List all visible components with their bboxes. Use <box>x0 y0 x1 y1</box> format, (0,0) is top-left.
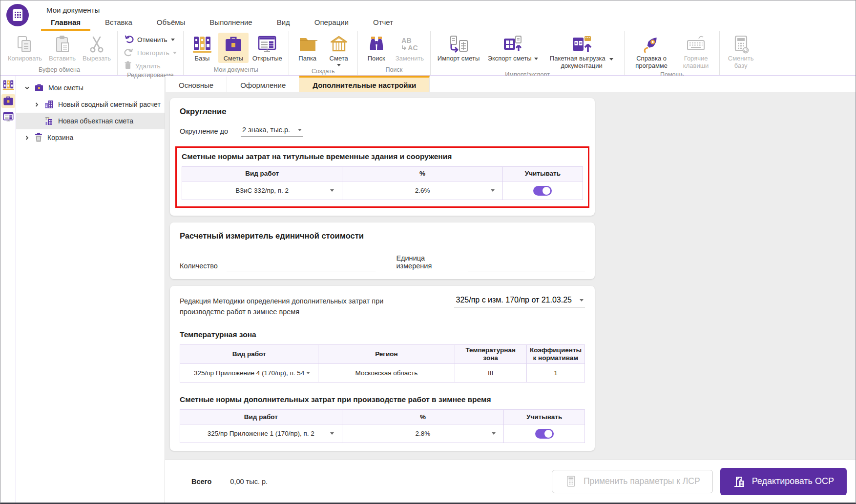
rounding-dropdown[interactable]: 2 знака, тыс.р. <box>241 126 303 137</box>
hotkeys-button[interactable]: Горячие клавиши <box>676 33 716 70</box>
chevron-down-icon[interactable] <box>24 85 30 91</box>
chevron-down-icon <box>330 432 334 435</box>
binders-icon <box>192 34 212 55</box>
work-type-dropdown-cell[interactable]: 325/пр Приложение 4 (170/пр), п. 54 <box>180 364 318 383</box>
tab-additional-settings[interactable]: Дополнительные настройки <box>299 76 430 92</box>
column-header-work-type: Вид работ <box>180 344 318 363</box>
unit-label: Единица измерения <box>396 254 457 271</box>
new-estimate-dropdown-icon[interactable] <box>337 64 341 66</box>
window-title: Мои документы <box>46 6 100 14</box>
building-crane-icon <box>44 116 54 126</box>
redo-button[interactable]: Повторить <box>124 48 177 58</box>
chevron-right-icon[interactable] <box>24 135 30 141</box>
temp-zone-title: Температурная зона <box>180 330 585 339</box>
tab-formatting[interactable]: Оформление <box>227 76 299 92</box>
temp-zone-table: Вид работ Регион Температурная зона Коэф… <box>180 344 585 383</box>
column-header-percent: % <box>342 167 502 181</box>
ribbon-tab-home[interactable]: Главная <box>39 14 93 31</box>
bases-button[interactable]: Базы <box>187 33 217 63</box>
consider-toggle-on[interactable] <box>533 186 552 196</box>
column-header-region: Регион <box>318 344 455 363</box>
apply-params-button[interactable]: Применить параметры к ЛСР <box>552 470 713 493</box>
change-base-button[interactable]: Сменить базу <box>723 33 758 70</box>
export-estimate-button[interactable]: Экспорт сметы <box>484 33 542 63</box>
percent-dropdown-cell[interactable]: 2.6% <box>342 181 502 200</box>
batch-upload-button[interactable]: Пакетная выгрузка документации <box>543 33 621 70</box>
undo-button[interactable]: Отменить <box>124 35 177 44</box>
estimates-button[interactable]: Сметы <box>218 33 249 63</box>
ribbon-tab-bar: Главная Вставка Объёмы Выполнение Вид Оп… <box>39 14 405 31</box>
winter-norms-table: Вид работ % Учитывать 325/пр Приложение … <box>180 409 585 443</box>
document-tree: Мои сметы Новый сводный сметный расчет <box>16 76 165 503</box>
app-logo-icon[interactable] <box>6 4 29 26</box>
monitor-table-icon <box>2 111 14 123</box>
percent-dropdown-cell[interactable]: 2.8% <box>342 424 504 443</box>
delete-button[interactable]: Удалить <box>124 61 177 71</box>
ribbon-tab-operations[interactable]: Операции <box>302 14 361 31</box>
settings-content: Округление Округление до 2 знака, тыс.р.… <box>165 92 856 460</box>
import-estimate-button[interactable]: Импорт сметы <box>434 33 483 63</box>
ribbon-tab-view[interactable]: Вид <box>265 14 302 31</box>
folder-icon <box>298 34 317 55</box>
quantity-input[interactable] <box>227 260 376 271</box>
chevron-down-icon <box>298 129 302 131</box>
replace-button[interactable]: AB AC Заменить <box>393 33 427 63</box>
work-type-dropdown-cell[interactable]: 325/пр Приложение 1 (170/пр), п. 2 <box>180 424 342 443</box>
rail-estimates-button[interactable] <box>1 94 15 108</box>
method-edition-label: Редакция Методики определения дополнител… <box>180 296 395 318</box>
batch-upload-dropdown-icon[interactable] <box>609 58 613 60</box>
opened-button[interactable]: Открытые <box>250 33 285 63</box>
ribbon-tab-report[interactable]: Отчет <box>361 14 405 31</box>
ribbon-group-help: Справка о программе Горячие клавиши Помо… <box>624 31 719 75</box>
method-edition-dropdown[interactable]: 325/пр с изм. 170/пр от 21.03.25 <box>454 296 585 307</box>
coefficient-cell: 1 <box>526 364 585 383</box>
ribbon-group-search: Поиск AB AC Заменить Поис <box>357 31 430 75</box>
ribbon-group-import-export: Импорт сметы Экспорт <box>430 31 624 75</box>
group-label-clipboard: Буфер обмена <box>5 65 114 75</box>
titlebar: Мои документы Главная Вставка Объёмы Вып… <box>0 0 856 31</box>
chevron-down-icon <box>330 189 334 192</box>
rail-bases-button[interactable] <box>1 78 15 92</box>
tree-item-object-estimate[interactable]: Новая объектная смета <box>16 113 165 129</box>
consider-toggle-on[interactable] <box>535 429 554 439</box>
quantity-label: Количество <box>180 262 218 271</box>
ribbon-tab-execution[interactable]: Выполнение <box>197 14 264 31</box>
work-type-dropdown-cell[interactable]: ВЗиС 332/пр, п. 2 <box>182 181 342 200</box>
calculator-icon <box>564 475 577 488</box>
undo-dropdown-icon[interactable] <box>171 39 175 41</box>
table-row: 325/пр Приложение 4 (170/пр), п. 54 Моск… <box>180 364 585 383</box>
highlight-red-box: Сметные нормы затрат на титульные времен… <box>175 146 589 208</box>
folder-button[interactable]: Папка <box>292 33 323 63</box>
column-header-work-type: Вид работ <box>182 167 342 181</box>
tree-item-summary-calc[interactable]: Новый сводный сметный расчет <box>16 96 165 113</box>
copy-button[interactable]: Копировать <box>5 33 45 63</box>
redo-dropdown-icon[interactable] <box>173 52 177 54</box>
chevron-down-icon <box>580 299 584 302</box>
tree-item-trash[interactable]: Корзина <box>16 129 165 146</box>
ribbon-tab-volumes[interactable]: Объёмы <box>145 14 198 31</box>
tree-item-my-estimates[interactable]: Мои сметы <box>16 80 165 96</box>
chevron-right-icon[interactable] <box>34 102 40 107</box>
search-button[interactable]: Поиск <box>361 33 392 63</box>
export-dropdown-icon[interactable] <box>534 58 538 60</box>
winter-norms-title: Сметные нормы дополнительных затрат при … <box>180 395 585 404</box>
unit-input[interactable] <box>468 260 585 271</box>
tab-main[interactable]: Основные <box>165 76 227 92</box>
replace-icon: AB AC <box>401 34 418 55</box>
group-label-create: Создать <box>292 67 354 76</box>
total-label: Всего <box>191 478 211 485</box>
rail-opened-button[interactable] <box>1 110 15 124</box>
total-value: 0,00 тыс. р. <box>230 478 268 485</box>
house-icon <box>329 34 349 55</box>
binoculars-icon <box>367 34 386 55</box>
edit-osr-button[interactable]: Редактировать ОСР <box>720 468 847 495</box>
winter-card: Редакция Методики определения дополнител… <box>170 286 595 451</box>
about-button[interactable]: Справка о программе <box>628 33 675 70</box>
binders-icon <box>2 79 14 91</box>
ribbon-group-change-base: Сменить базу <box>719 31 762 75</box>
paste-button[interactable]: Вставить <box>46 33 79 63</box>
building-icon <box>44 100 54 109</box>
new-estimate-button[interactable]: Смета <box>324 33 354 67</box>
ribbon-tab-insert[interactable]: Вставка <box>93 14 145 31</box>
cut-button[interactable]: Вырезать <box>80 33 114 63</box>
